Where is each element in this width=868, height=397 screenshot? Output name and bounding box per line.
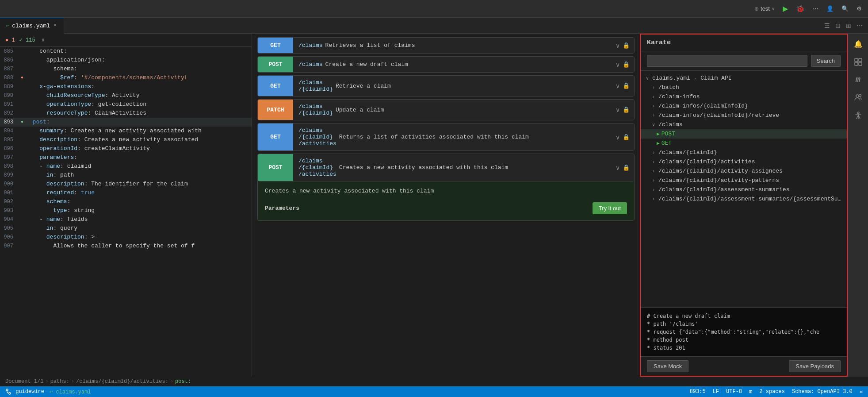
status-indent[interactable]: 2 spaces xyxy=(759,389,785,395)
split-editor-btn[interactable]: ⊟ xyxy=(834,20,842,31)
svg-point-5 xyxy=(859,95,861,97)
open-changes-btn[interactable]: ⊞ xyxy=(844,20,853,31)
status-source-control[interactable]: guidewire xyxy=(5,389,44,395)
tree-item-claims-post[interactable]: ▶ POST xyxy=(641,129,847,139)
expand-endpoint-btn[interactable]: ∨ xyxy=(616,61,620,68)
status-line-ending[interactable]: LF xyxy=(713,389,719,395)
editor-line: 886 application/json: xyxy=(0,56,252,65)
settings-btn[interactable]: ⚙ xyxy=(854,4,864,14)
expand-errors-btn[interactable]: ∧ xyxy=(42,37,45,43)
status-file-icon[interactable]: ↩ claims.yaml xyxy=(50,389,91,395)
status-schema[interactable]: Schema: OpenAPI 3.0 xyxy=(792,389,853,395)
tree-item-label: /batch xyxy=(658,84,843,91)
line-content: description: The identifier for the clai… xyxy=(26,180,252,189)
tree-item-label: /claims/{claimId}/activities xyxy=(658,158,843,165)
line-number: 895 xyxy=(0,135,19,144)
tree-item-claims-activities[interactable]: › /claims/{claimId}/activities xyxy=(641,157,847,166)
lock-icon: 🔒 xyxy=(623,164,630,171)
save-mock-btn[interactable]: Save Mock xyxy=(647,360,688,372)
breadcrumb-doc[interactable]: Document 1/1 xyxy=(5,378,43,385)
right-sidebar: 🔔 m xyxy=(848,34,868,377)
tree-item-claim-infos-retrieve[interactable]: › /claim-infos/{claimInfoId}/retrieve xyxy=(641,111,847,120)
line-content: childResourceType: Activity xyxy=(26,91,252,100)
expand-endpoint-btn[interactable]: ∨ xyxy=(616,82,620,89)
tab-filename: claims.yaml xyxy=(12,23,50,29)
tree-item-claims[interactable]: ∨ /claims xyxy=(641,120,847,129)
tab-list-btn[interactable]: ☰ xyxy=(822,20,832,31)
editor-error-bar: ● 1 ✓ 115 ∧ xyxy=(0,34,252,47)
search-btn[interactable]: 🔍 xyxy=(839,4,851,14)
editor-line-active: 893 ● post: xyxy=(0,118,252,127)
status-encoding[interactable]: UTF-8 xyxy=(726,389,742,395)
status-notifications[interactable]: ⇔ xyxy=(860,389,863,395)
run-post-icon: ▶ xyxy=(657,131,660,137)
line-content: resourceType: ClaimActivities xyxy=(26,109,252,118)
endpoint-get-activities[interactable]: GET /claims/{claimId}/activities Returns… xyxy=(257,123,635,151)
run-btn[interactable]: ▶ xyxy=(780,3,791,15)
expand-endpoint-btn[interactable]: ∨ xyxy=(616,134,620,141)
endpoint-get-claims[interactable]: GET /claims Retrieves a list of claims ∨… xyxy=(257,37,635,54)
karate-search-btn[interactable]: Search xyxy=(811,55,841,67)
endpoint-post-claims[interactable]: POST /claims Create a new draft claim ∨ … xyxy=(257,56,635,73)
api-scroll[interactable]: GET /claims Retrieves a list of claims ∨… xyxy=(252,34,640,377)
karate-search-input[interactable] xyxy=(647,55,807,67)
tree-chevron-icon: › xyxy=(650,94,657,100)
endpoint-patch-claim[interactable]: PATCH /claims/{claimId} Update a claim ∨… xyxy=(257,99,635,120)
endpoint-info: /claims/{claimId}/activities Returns a l… xyxy=(293,123,611,150)
line-number: 898 xyxy=(0,162,19,171)
sidebar-icon-grid[interactable] xyxy=(850,54,866,70)
endpoint-desc: Returns a list of activities associated … xyxy=(339,134,606,140)
sidebar-icon-accessibility[interactable] xyxy=(850,107,866,123)
more-tab-actions-btn[interactable]: ⋯ xyxy=(855,20,864,31)
method-badge-get: GET xyxy=(258,76,293,96)
sidebar-icon-users[interactable] xyxy=(850,89,866,105)
tree-item-label: /claims/{claimId}/activity-patterns xyxy=(658,177,843,184)
editor-line: 892 resourceType: ClaimActivities xyxy=(0,109,252,118)
line-number: 892 xyxy=(0,109,19,118)
line-content: operationId: createClaimActivity xyxy=(26,144,252,153)
tree-root-item[interactable]: ∨ claims.yaml - Claim API xyxy=(641,73,847,83)
expand-endpoint-btn[interactable]: ∨ xyxy=(616,42,620,49)
editor-line: 895 description: Creates a new activity … xyxy=(0,135,252,144)
tree-item-claims-assessment-summaries[interactable]: › /claims/{claimId}/assessment-summaries xyxy=(641,185,847,194)
tree-item-claims-activity-assignees[interactable]: › /claims/{claimId}/activity-assignees xyxy=(641,166,847,176)
endpoint-post-activities-header[interactable]: POST /claims/{claimId}/activities Create… xyxy=(258,154,634,181)
svg-point-7 xyxy=(6,389,8,391)
svg-point-6 xyxy=(857,112,859,114)
status-position[interactable]: 893:5 xyxy=(690,389,706,395)
debug-btn[interactable]: 🐞 xyxy=(793,3,807,15)
line-number: 907 xyxy=(0,242,19,251)
line-content: required: true xyxy=(26,189,252,197)
tree-item-batch[interactable]: › /batch xyxy=(641,83,847,92)
editor-line: 902 schema: xyxy=(0,197,252,206)
karate-tree[interactable]: ∨ claims.yaml - Claim API › /batch › /cl… xyxy=(641,71,847,307)
expand-endpoint-btn[interactable]: ∨ xyxy=(616,164,620,171)
try-it-out-btn[interactable]: Try it out xyxy=(593,202,627,214)
sidebar-icon-bell[interactable]: 🔔 xyxy=(850,36,866,52)
run-config-btn[interactable]: ⊕ test ∨ xyxy=(752,4,777,14)
breadcrumb-post[interactable]: post: xyxy=(175,378,191,385)
tree-chevron-icon: › xyxy=(650,178,657,183)
more-options-btn[interactable]: ⋯ xyxy=(810,4,821,14)
endpoint-get-claim[interactable]: GET /claims/{claimId} Retrieve a claim ∨… xyxy=(257,75,635,96)
breadcrumb-path-activities[interactable]: /claims/{claimId}/activities: xyxy=(76,378,168,385)
tree-item-claims-id[interactable]: › /claims/{claimId} xyxy=(641,148,847,157)
tree-item-claim-infos[interactable]: › /claim-infos xyxy=(641,92,847,101)
tree-item-claim-infos-id[interactable]: › /claim-infos/{claimInfoId} xyxy=(641,101,847,111)
status-indent-icon[interactable]: ⊞ xyxy=(749,389,752,395)
sidebar-icon-m[interactable]: m xyxy=(850,72,866,88)
expand-endpoint-btn[interactable]: ∨ xyxy=(616,106,620,113)
endpoint-info: /claims/{claimId} Retrieve a claim xyxy=(293,76,611,96)
karate-search-bar: Search xyxy=(641,51,847,71)
tab-claims-yaml[interactable]: ↩ claims.yaml × xyxy=(0,18,64,34)
line-number: 888 xyxy=(0,73,19,82)
user-btn[interactable]: 👤 xyxy=(824,4,836,14)
tab-close-btn[interactable]: × xyxy=(53,22,57,30)
tree-item-claims-assessment-summaries-id[interactable]: › /claims/{claimId}/assessment-summaries… xyxy=(641,194,847,204)
tree-item-claims-get[interactable]: ▶ GET xyxy=(641,139,847,148)
editor-line: 897 parameters: xyxy=(0,153,252,162)
save-payloads-btn[interactable]: Save Payloads xyxy=(789,360,841,372)
tree-item-claims-activity-patterns[interactable]: › /claims/{claimId}/activity-patterns xyxy=(641,176,847,185)
lock-icon: 🔒 xyxy=(623,42,630,49)
breadcrumb-paths[interactable]: paths: xyxy=(50,378,69,385)
